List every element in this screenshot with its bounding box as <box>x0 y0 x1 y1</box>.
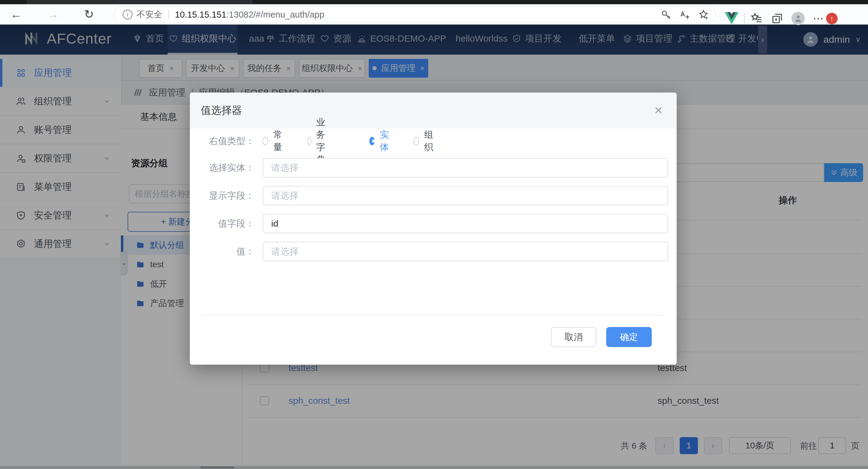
field-label: 右值类型： <box>200 135 254 147</box>
password-key-icon[interactable] <box>660 9 671 20</box>
dialog-header: 值选择器 <box>190 93 677 128</box>
radio-label: 常量 <box>273 129 285 154</box>
browser-forward-button[interactable]: → <box>45 4 60 24</box>
radio-business-dict[interactable]: 业务字典 <box>307 136 330 146</box>
security-label: 不安全 <box>137 9 162 20</box>
value-selector-dialog: 值选择器 × 右值类型： 常量 业务字典 实体 组织 选择实体： 显示字段： 值… <box>190 93 677 365</box>
vue-devtools-icon[interactable] <box>725 12 739 25</box>
select-entity-input[interactable] <box>263 158 668 177</box>
translate-icon[interactable] <box>679 9 690 20</box>
browser-tabstrip[interactable] <box>0 0 868 4</box>
value-field-input[interactable] <box>263 214 668 233</box>
dialog-title: 值选择器 <box>201 103 242 118</box>
browser-back-button[interactable]: ← <box>9 4 23 24</box>
display-field-input[interactable] <box>263 186 668 205</box>
browser-reload-button[interactable]: ↻ <box>82 4 96 24</box>
radio-label: 组织 <box>424 129 436 154</box>
cancel-button[interactable]: 取消 <box>551 327 596 347</box>
url-host: 10.15.15.151 <box>175 10 226 20</box>
confirm-button[interactable]: 确定 <box>606 327 652 347</box>
field-label: 显示字段： <box>200 190 254 202</box>
browser-address-bar[interactable]: i 不安全 10.15.15.151 :13082/#/menu_auth/ap… <box>114 6 716 23</box>
field-label: 值： <box>200 245 254 258</box>
divider <box>168 10 169 19</box>
confirm-label: 确定 <box>620 331 638 343</box>
field-label: 值字段： <box>200 217 254 230</box>
dialog-footer-divider <box>201 315 664 316</box>
browser-profile-avatar[interactable] <box>792 12 805 25</box>
field-label: 选择实体： <box>200 162 254 174</box>
collections-add-icon[interactable] <box>771 12 783 25</box>
dialog-close-button[interactable]: × <box>649 101 668 119</box>
browser-toolbar: ← → ↻ i 不安全 10.15.15.151 :13082/#/menu_a… <box>0 4 868 25</box>
favorites-list-icon[interactable] <box>750 12 763 25</box>
radio-icon <box>307 137 311 145</box>
page-info-icon[interactable]: i <box>123 10 132 20</box>
radio-label: 实体 <box>380 129 392 154</box>
divider <box>744 13 745 24</box>
url-path: :13082/#/menu_auth/app <box>226 10 324 20</box>
cancel-label: 取消 <box>565 331 583 343</box>
radio-icon <box>262 137 268 145</box>
bookmark-star-icon[interactable] <box>698 9 709 20</box>
browser-active-tab[interactable] <box>27 0 253 4</box>
update-badge-icon[interactable]: ↑ <box>826 13 838 24</box>
radio-entity[interactable]: 实体 <box>369 136 392 146</box>
radio-organization[interactable]: 组织 <box>413 136 436 146</box>
value-input[interactable] <box>263 242 668 261</box>
screen: ← → ↻ i 不安全 10.15.15.151 :13082/#/menu_a… <box>0 0 868 469</box>
radio-constant[interactable]: 常量 <box>262 136 285 146</box>
browser-menu-icon[interactable]: ⋯ <box>813 12 824 25</box>
radio-icon <box>369 137 375 145</box>
radio-icon <box>413 137 419 145</box>
